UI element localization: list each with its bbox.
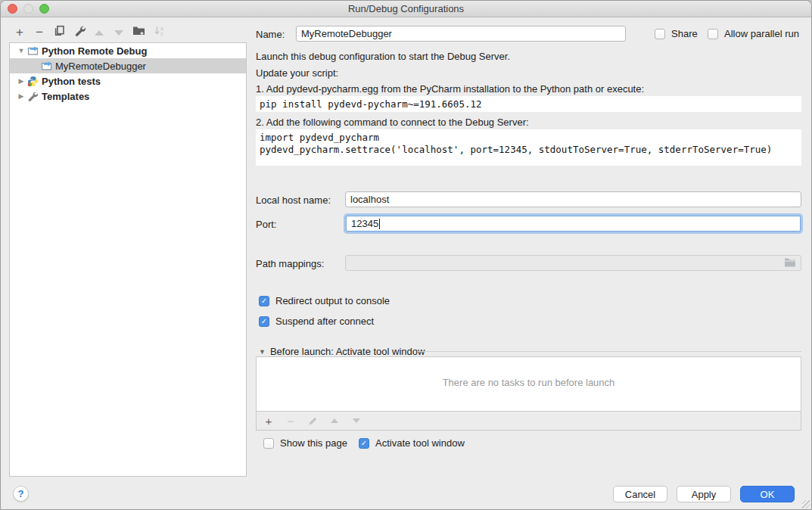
chevron-right-icon[interactable]: ▶ [16, 77, 26, 85]
redirect-output-row: ✓ Redirect output to console [259, 295, 390, 306]
copy-configuration-button[interactable] [51, 24, 67, 41]
minus-icon: − [36, 25, 43, 40]
chevron-right-icon[interactable]: ▶ [16, 92, 26, 100]
step-2-text: 2. Add the following command to connect … [256, 117, 529, 128]
share-label: Share [671, 28, 698, 39]
cancel-button[interactable]: Cancel [613, 486, 667, 502]
run-debug-configurations-dialog: Run/Debug Configurations + − az ▼ Python… [0, 0, 812, 510]
title-bar[interactable]: Run/Debug Configurations [1, 1, 811, 17]
move-task-up-button[interactable] [328, 418, 341, 423]
show-this-page-label: Show this page [280, 437, 347, 449]
templates-wrench-icon [26, 90, 39, 102]
port-input[interactable]: 12345 [346, 216, 801, 232]
before-launch-separator [417, 351, 801, 352]
move-up-button[interactable] [91, 24, 107, 41]
tree-item-python-remote-debug[interactable]: ▼ Python Remote Debug [10, 43, 246, 58]
show-this-page-row: Show this page [263, 437, 347, 449]
tree-item-label: Templates [42, 91, 89, 102]
help-button[interactable]: ? [13, 486, 29, 502]
tree-item-label: Python tests [42, 76, 101, 87]
allow-parallel-run-checkbox[interactable] [708, 29, 718, 39]
edit-task-button[interactable] [306, 416, 319, 426]
tree-item-label: MyRemoteDebugger [55, 61, 146, 72]
activate-tool-window-label: Activate tool window [375, 437, 465, 449]
before-launch-task-list: There are no tasks to run before launch … [256, 356, 801, 431]
edit-templates-button[interactable] [71, 24, 88, 41]
minimize-button[interactable] [23, 4, 33, 14]
name-input[interactable]: MyRemoteDebugger [296, 26, 626, 42]
wrench-icon [74, 25, 86, 40]
tree-item-python-tests[interactable]: ▶ Python tests [10, 73, 246, 89]
zoom-button[interactable] [39, 4, 49, 14]
sort-configurations-button[interactable]: az [151, 24, 167, 41]
settrace-line: pydevd_pycharm.settrace('localhost', por… [260, 144, 772, 155]
svg-text:a: a [160, 26, 163, 31]
apply-button[interactable]: Apply [677, 486, 731, 502]
before-launch-title: Before launch: Activate tool window [270, 346, 425, 357]
activate-tool-window-row: ✓ Activate tool window [359, 437, 465, 449]
suspend-after-connect-label: Suspend after connect [275, 316, 374, 327]
remove-configuration-button[interactable]: − [31, 24, 48, 41]
port-value: 12345 [351, 218, 378, 229]
question-mark-icon: ? [18, 488, 24, 499]
new-folder-button[interactable] [130, 24, 147, 41]
activate-tool-window-checkbox[interactable]: ✓ [359, 438, 369, 449]
add-task-button[interactable]: + [263, 415, 275, 428]
window-title: Run/Debug Configurations [348, 3, 464, 14]
import-line: import pydevd_pycharm [260, 132, 379, 143]
arrow-up-icon [95, 30, 104, 36]
name-label: Name: [256, 29, 285, 40]
intro-line-1: Launch this debug configuration to start… [256, 51, 510, 62]
port-label: Port: [256, 219, 276, 230]
move-down-button[interactable] [110, 24, 127, 41]
suspend-after-connect-row: ✓ Suspend after connect [259, 316, 374, 327]
arrow-down-icon [114, 30, 123, 36]
browse-folder-icon[interactable] [784, 257, 796, 269]
svg-text:z: z [160, 31, 163, 36]
allow-parallel-checkbox-row: Allow parallel run [708, 28, 799, 39]
local-host-input[interactable]: localhost [345, 191, 801, 207]
tree-item-label: Python Remote Debug [42, 45, 147, 57]
traffic-lights [8, 4, 49, 14]
local-host-value: localhost [350, 194, 389, 205]
chevron-down-icon[interactable]: ▼ [16, 47, 26, 54]
suspend-after-connect-checkbox[interactable]: ✓ [259, 316, 269, 327]
chevron-down-icon[interactable]: ▼ [259, 348, 266, 356]
arrow-up-icon [331, 418, 338, 423]
allow-parallel-run-label: Allow parallel run [724, 28, 799, 39]
pip-install-command: pip install pydevd-pycharm~=191.6605.12 [260, 98, 482, 110]
add-configuration-button[interactable]: + [11, 24, 28, 41]
move-task-down-button[interactable] [350, 418, 362, 423]
before-launch-header[interactable]: ▼ Before launch: Activate tool window [259, 346, 425, 357]
share-checkbox[interactable] [655, 29, 665, 39]
intro-line-2: Update your script: [256, 67, 338, 79]
tree-item-templates[interactable]: ▶ Templates [10, 89, 246, 104]
python-tests-icon [26, 75, 39, 87]
step-1-text: 1. Add pydevd-pycharm.egg from the PyCha… [256, 83, 644, 95]
ok-button[interactable]: OK [740, 486, 795, 502]
share-checkbox-row: Share [655, 28, 698, 39]
close-button[interactable] [8, 4, 17, 14]
local-host-label: Local host name: [256, 194, 331, 206]
remove-task-button[interactable]: − [285, 415, 297, 428]
plus-icon: + [16, 25, 23, 40]
redirect-output-checkbox[interactable]: ✓ [259, 296, 269, 306]
pip-install-code: pip install pydevd-pycharm~=191.6605.12 [256, 96, 801, 112]
arrow-down-icon [353, 418, 360, 423]
before-launch-toolbar: + − [257, 411, 801, 430]
folder-plus-icon [132, 25, 145, 40]
remote-debug-icon [26, 45, 39, 57]
copy-icon [54, 25, 65, 40]
path-mappings-label: Path mappings: [256, 258, 324, 269]
before-launch-empty-text: There are no tasks to run before launch [257, 377, 801, 388]
remote-debug-icon [40, 60, 52, 72]
path-mappings-input[interactable] [345, 255, 801, 271]
settrace-code: import pydevd_pycharm pydevd_pycharm.set… [256, 129, 801, 166]
tree-item-myremotedebugger[interactable]: MyRemoteDebugger [10, 58, 246, 73]
name-value: MyRemoteDebugger [301, 28, 392, 39]
configurations-tree: ▼ Python Remote Debug MyRemoteDebugger ▶… [9, 42, 247, 477]
sort-az-icon: az [154, 25, 165, 40]
redirect-output-label: Redirect output to console [275, 295, 390, 306]
resize-grip[interactable] [802, 500, 810, 508]
show-this-page-checkbox[interactable] [263, 438, 274, 449]
